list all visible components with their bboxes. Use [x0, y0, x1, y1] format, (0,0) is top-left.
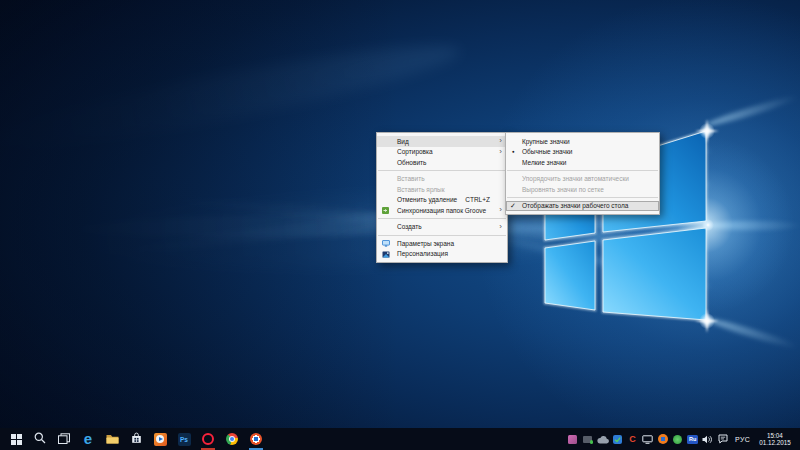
file-explorer-button[interactable] — [100, 428, 124, 450]
display-settings-icon — [382, 240, 389, 247]
volume-icon — [702, 430, 713, 448]
checkmark-icon: ✓ — [510, 202, 516, 210]
menu-item-paste[interactable]: Вставить — [377, 174, 507, 185]
system-tray: C Ru — [565, 428, 800, 450]
menu-item-personalization[interactable]: Персонализация — [377, 249, 507, 260]
security-app-button[interactable] — [244, 428, 268, 450]
menu-item-display-settings[interactable]: Параметры экрана — [377, 238, 507, 249]
store-icon — [131, 430, 142, 448]
chevron-right-icon: › — [499, 138, 502, 144]
menu-item-paste-label: Вставить — [397, 175, 425, 182]
onedrive-icon — [597, 430, 609, 448]
menu-item-personalization-label: Персонализация — [397, 250, 448, 257]
menu-item-new[interactable]: Создать › — [377, 222, 507, 233]
task-view-button[interactable] — [52, 428, 76, 450]
menu-item-view-label: Вид — [397, 138, 409, 145]
chrome-icon — [226, 433, 238, 445]
volume-button[interactable] — [700, 428, 715, 450]
messenger-tray-button[interactable] — [670, 428, 685, 450]
network-icon — [642, 430, 653, 448]
menu-item-refresh-label: Обновить — [397, 159, 426, 166]
task-view-icon — [58, 430, 70, 448]
submenu-item-align-to-grid[interactable]: Выровнять значки по сетке — [506, 184, 659, 195]
submenu-item-medium-icons-label: Обычные значки — [522, 148, 572, 155]
chrome-button[interactable] — [220, 428, 244, 450]
submenu-item-auto-arrange[interactable]: Упорядочить значки автоматически — [506, 174, 659, 185]
torrent-tray-button[interactable] — [655, 428, 670, 450]
language-indicator[interactable]: РУС — [730, 436, 755, 443]
search-icon — [34, 430, 46, 448]
submenu-item-align-to-grid-label: Выровнять значки по сетке — [522, 186, 604, 193]
menu-item-paste-shortcut-label: Вставить ярлык — [397, 186, 445, 193]
antivirus-tray-button[interactable] — [610, 428, 625, 450]
cleaner-tray-icon: C — [629, 435, 636, 444]
chevron-right-icon: › — [499, 224, 502, 230]
torrent-tray-icon — [658, 434, 668, 444]
action-center-button[interactable] — [715, 428, 730, 450]
menu-item-sort[interactable]: Сортировка › — [377, 147, 507, 158]
desktop: Вид › Сортировка › Обновить Вставить Вст… — [0, 0, 800, 450]
submenu-item-small-icons[interactable]: Мелкие значки — [506, 157, 659, 168]
network-button[interactable] — [640, 428, 655, 450]
clock[interactable]: 15:04 01.12.2015 — [755, 432, 800, 447]
menu-separator — [378, 235, 506, 236]
submenu-item-large-icons-label: Крупные значки — [522, 138, 570, 145]
photoshop-icon: Ps — [178, 433, 191, 446]
messenger-tray-icon — [673, 435, 682, 444]
menu-item-paste-shortcut[interactable]: Вставить ярлык — [377, 184, 507, 195]
chevron-right-icon: › — [499, 149, 502, 155]
submenu-item-small-icons-label: Мелкие значки — [522, 159, 566, 166]
clock-date: 01.12.2015 — [755, 439, 795, 447]
action-center-icon — [718, 430, 728, 448]
submenu-item-medium-icons[interactable]: ● Обычные значки — [506, 147, 659, 158]
file-explorer-icon — [106, 430, 119, 448]
submenu-item-auto-arrange-label: Упорядочить значки автоматически — [522, 175, 629, 182]
menu-item-groove-sync-label: Синхронизация папок Groove — [397, 207, 486, 214]
menu-item-refresh[interactable]: Обновить — [377, 157, 507, 168]
cleaner-tray-button[interactable]: C — [625, 428, 640, 450]
submenu-item-large-icons[interactable]: Крупные значки — [506, 136, 659, 147]
search-button[interactable] — [28, 428, 52, 450]
photos-tray-button[interactable] — [565, 428, 580, 450]
security-app-icon — [250, 433, 262, 445]
opera-button[interactable] — [196, 428, 220, 450]
punto-switcher-button[interactable]: Ru — [685, 428, 700, 450]
chevron-right-icon: › — [499, 207, 502, 213]
menu-item-view[interactable]: Вид › — [377, 136, 507, 147]
desktop-context-menu: Вид › Сортировка › Обновить Вставить Вст… — [376, 132, 508, 263]
menu-item-undo-delete[interactable]: Отменить удаление CTRL+Z — [377, 195, 507, 206]
menu-item-new-label: Создать — [397, 223, 422, 230]
edge-icon: e — [84, 432, 92, 446]
disk-tray-icon — [583, 436, 592, 443]
media-app-icon — [154, 433, 167, 446]
onedrive-button[interactable] — [595, 428, 610, 450]
disk-tray-button[interactable] — [580, 428, 595, 450]
view-submenu: Крупные значки ● Обычные значки Мелкие з… — [505, 132, 660, 215]
photoshop-button[interactable]: Ps — [172, 428, 196, 450]
photos-tray-icon — [568, 435, 577, 444]
menu-separator — [378, 170, 506, 171]
opera-icon — [202, 433, 214, 445]
submenu-item-show-desktop-icons[interactable]: ✓ Отображать значки рабочего стола — [506, 201, 659, 212]
antivirus-tray-icon — [613, 430, 622, 448]
start-button[interactable] — [4, 428, 28, 450]
punto-switcher-icon: Ru — [687, 435, 698, 444]
radio-selected-icon: ● — [512, 149, 515, 154]
personalization-icon — [382, 251, 389, 258]
groove-sync-icon — [382, 207, 389, 214]
windows-start-icon — [11, 434, 22, 445]
menu-item-display-settings-label: Параметры экрана — [397, 240, 454, 247]
menu-separator — [507, 170, 658, 171]
submenu-item-show-desktop-icons-label: Отображать значки рабочего стола — [522, 202, 628, 209]
media-app-button[interactable] — [148, 428, 172, 450]
taskbar-left: e Ps — [0, 428, 268, 450]
edge-button[interactable]: e — [76, 428, 100, 450]
menu-separator — [378, 218, 506, 219]
taskbar: e Ps — [0, 428, 800, 450]
menu-separator — [507, 197, 658, 198]
menu-item-groove-sync[interactable]: Синхронизация папок Groove › — [377, 205, 507, 216]
menu-item-undo-delete-label: Отменить удаление — [397, 196, 457, 203]
clock-time: 15:04 — [755, 432, 795, 440]
undo-shortcut-text: CTRL+Z — [465, 196, 490, 203]
store-button[interactable] — [124, 428, 148, 450]
